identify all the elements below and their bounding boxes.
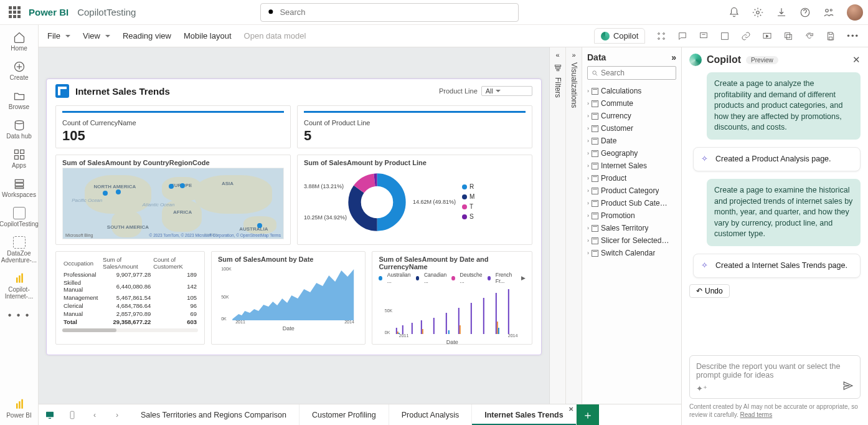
data-table-item[interactable]: ›Switch Calendar <box>587 247 676 259</box>
menu-view[interactable]: View <box>83 31 110 41</box>
explore-icon[interactable] <box>656 31 666 41</box>
data-table-item[interactable]: ›Slicer for Selected Mea... <box>587 234 676 247</box>
desktop-view-icon[interactable] <box>39 410 61 420</box>
undo-button[interactable]: ↶ Undo <box>689 284 730 298</box>
page-tab[interactable]: Product Analysis <box>389 404 472 425</box>
data-table-item[interactable]: ›Customer <box>587 122 676 135</box>
data-panel-title: Data <box>587 52 606 62</box>
bookmark-icon[interactable] <box>699 31 709 41</box>
svg-rect-62 <box>557 69 559 70</box>
svg-text:0K: 0K <box>385 330 390 335</box>
help-icon[interactable] <box>800 7 811 18</box>
svg-point-0 <box>269 9 273 14</box>
data-table-item[interactable]: ›Commute <box>587 97 676 110</box>
avatar[interactable] <box>847 4 863 21</box>
notification-icon[interactable] <box>729 7 740 18</box>
link-icon[interactable] <box>741 31 751 41</box>
sparkle-icon[interactable]: ✦⁺ <box>696 384 707 393</box>
page-tab[interactable]: Internet Sales Trends✕ <box>472 404 576 425</box>
close-button[interactable]: ✕ <box>852 54 861 65</box>
chat-msg-system-1[interactable]: ✧Created a Product Analysis page. <box>693 147 861 172</box>
svg-rect-65 <box>49 418 51 418</box>
filters-panel-collapsed[interactable]: « Filters <box>549 47 565 425</box>
table-scrollbar-horizontal[interactable] <box>62 328 198 332</box>
data-table-item[interactable]: ›Internet Sales <box>587 160 676 172</box>
save-icon[interactable] <box>826 31 836 41</box>
kpi-productline-count[interactable]: Count of Product Line 5 <box>297 105 532 148</box>
add-page-button[interactable]: ＋ <box>577 404 599 425</box>
page-tab[interactable]: Customer Profiling <box>300 404 389 425</box>
report-canvas[interactable]: Internet Sales Trends Product Line All C… <box>46 79 542 355</box>
nav-more[interactable]: • • • <box>8 310 31 321</box>
close-tab-icon[interactable]: ✕ <box>568 406 573 413</box>
visual-map-sales-by-country[interactable]: Sum of SalesAmount by CountryRegionCode … <box>55 155 291 245</box>
visual-stacked-sales-by-date-ccy[interactable]: Sum of SalesAmount by Date and CurrencyN… <box>372 251 532 345</box>
nav-ws-copilottesting[interactable]: CopilotTesting <box>0 204 38 230</box>
nav-workspaces[interactable]: Workspaces <box>0 175 38 201</box>
data-table-item[interactable]: ›Promotion <box>587 209 676 222</box>
copilot-logo-icon <box>689 54 702 66</box>
nav-datazoe[interactable]: DataZoe Adventure-... <box>0 234 38 266</box>
visual-donut-sales-by-productline[interactable]: Sum of SalesAmount by Product Line 3.88M… <box>297 155 532 245</box>
tab-nav-prev[interactable]: ‹ <box>83 411 106 419</box>
menu-file[interactable]: File <box>47 31 70 41</box>
chat-msg-system-2[interactable]: ✧Created a Internet Sales Trends page. <box>693 254 861 279</box>
nav-apps[interactable]: Apps <box>0 146 38 171</box>
btn-reading-view[interactable]: Reading view <box>123 31 171 41</box>
svg-text:2014: 2014 <box>344 320 354 324</box>
nav-home[interactable]: Home <box>0 29 38 54</box>
persona-icon[interactable] <box>823 7 834 18</box>
nav-datahub[interactable]: Data hub <box>0 117 38 142</box>
page-tab[interactable]: Sales Territories and Regions Comparison <box>128 404 300 425</box>
nav-browse[interactable]: Browse <box>0 87 38 113</box>
data-table-item[interactable]: ›Date <box>587 135 676 147</box>
svg-rect-56 <box>448 330 450 334</box>
nav-create[interactable]: Create <box>0 58 38 84</box>
ribbon-more[interactable]: ••• <box>847 31 859 41</box>
data-table-item[interactable]: ›Sales Territory <box>587 222 676 234</box>
visualizations-panel-collapsed[interactable]: » Visualizations <box>565 47 582 425</box>
data-panel-collapse[interactable]: » <box>671 52 676 62</box>
breadcrumb-workspace[interactable]: CopilotTesting <box>77 7 136 17</box>
present-icon[interactable] <box>762 31 772 41</box>
refresh-icon[interactable] <box>804 31 814 41</box>
data-table-item[interactable]: ›Product Category <box>587 184 676 197</box>
svg-rect-51 <box>397 332 399 334</box>
data-search-input[interactable]: Search <box>587 66 676 80</box>
svg-rect-18 <box>19 401 21 409</box>
svg-rect-13 <box>15 187 23 189</box>
copilot-panel: Copilot Preview ✕ Create a page to analy… <box>681 47 868 425</box>
mobile-view-icon[interactable] <box>61 410 83 420</box>
kpi-currency-count[interactable]: Count of CurrencyName 105 <box>55 105 291 148</box>
visual-table-occupation[interactable]: OccupationSum of SalesAmountCount of Cus… <box>55 251 205 345</box>
app-launcher-icon[interactable] <box>9 6 21 19</box>
svg-rect-19 <box>21 399 23 409</box>
view-icon[interactable] <box>720 31 730 41</box>
tab-nav-next[interactable]: › <box>106 411 128 419</box>
visual-area-sales-by-date[interactable]: Sum of SalesAmount by Date 100K 50K 0K 2… <box>211 251 366 345</box>
read-terms-link[interactable]: Read terms <box>740 411 773 418</box>
send-button[interactable] <box>842 380 854 393</box>
data-table-item[interactable]: ›Calculations <box>587 85 676 97</box>
comment-icon[interactable] <box>677 31 687 41</box>
nav-powerbi-home[interactable]: Power BI <box>0 396 38 421</box>
svg-point-4 <box>830 9 832 11</box>
svg-rect-15 <box>19 275 21 283</box>
product-line-slicer[interactable]: All <box>481 86 532 96</box>
table-row: Management5,467,861.54105 <box>62 294 198 302</box>
svg-rect-27 <box>787 34 792 39</box>
data-table-item[interactable]: ›Geography <box>587 147 676 160</box>
btn-mobile-layout[interactable]: Mobile layout <box>184 31 232 41</box>
data-table-item[interactable]: ›Product <box>587 172 676 184</box>
copilot-button[interactable]: Copilot <box>594 28 645 44</box>
data-table-item[interactable]: ›Product Sub Category <box>587 197 676 209</box>
settings-icon[interactable] <box>752 7 763 18</box>
copilot-title: Copilot <box>707 54 741 65</box>
svg-rect-16 <box>21 274 23 283</box>
data-table-item[interactable]: ›Currency <box>587 110 676 122</box>
global-search-input[interactable]: Search <box>260 3 519 22</box>
download-icon[interactable] <box>776 7 787 18</box>
copy-icon[interactable] <box>783 31 793 41</box>
copilot-prompt-input[interactable]: Describe the report you want or select t… <box>689 355 861 399</box>
nav-copilot-internet[interactable]: Copilot-Internet-... <box>0 270 38 302</box>
